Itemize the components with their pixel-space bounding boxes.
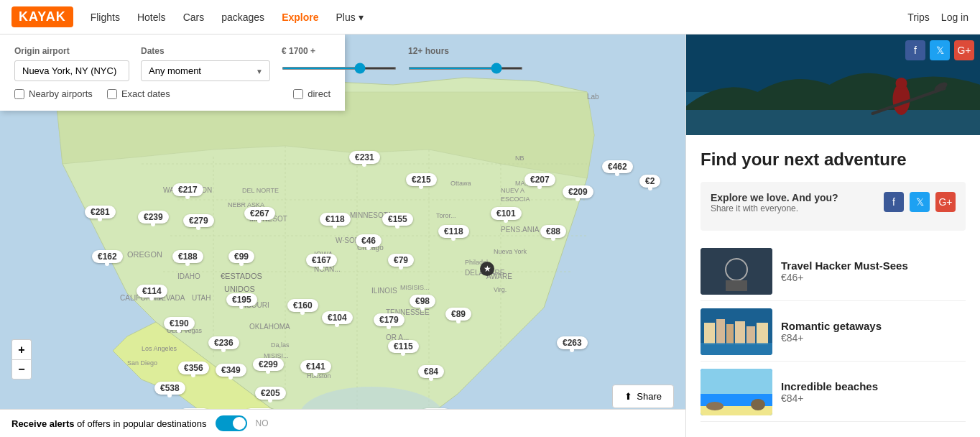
hero-tw-icon[interactable]: 𝕏 — [930, 40, 950, 60]
zoom-out-button[interactable]: − — [11, 359, 32, 380]
price-label[interactable]: €239 — [138, 211, 169, 224]
hero-gp-icon[interactable]: G+ — [954, 40, 974, 60]
price-label[interactable]: €162 — [92, 250, 123, 263]
dest-card-beaches[interactable]: Incredible beaches €84+ — [701, 363, 966, 422]
price-label[interactable]: €118 — [438, 225, 469, 238]
tw-icon[interactable]: 𝕏 — [910, 192, 930, 212]
right-panel: f 𝕏 G+ Find your next adventure Explore … — [685, 34, 980, 437]
navbar: KAYAK Flights Hotels Cars packages Explo… — [0, 0, 980, 34]
hours-col: 12+ hours — [408, 46, 523, 81]
price-label[interactable]: €195 — [226, 293, 257, 306]
origin-input[interactable] — [14, 60, 129, 81]
nav-flights[interactable]: Flights — [91, 12, 120, 23]
price-label[interactable]: €267 — [244, 207, 275, 220]
price-label[interactable]: €104 — [322, 311, 353, 324]
fb-icon[interactable]: f — [884, 192, 904, 212]
direct-checkbox[interactable] — [293, 89, 303, 99]
dest-card-romantic[interactable]: Romantic getaways €84+ — [701, 303, 966, 362]
price-label[interactable]: €79 — [388, 254, 414, 267]
share-button[interactable]: ⬆ Share — [612, 385, 674, 408]
dest-card-hackers[interactable]: Travel Hacker Must-Sees €46+ — [701, 242, 966, 301]
nav-cars[interactable]: Cars — [183, 12, 205, 23]
price-label[interactable]: €281 — [85, 206, 116, 218]
price-label[interactable]: €209 — [563, 185, 593, 198]
alerts-toggle-switch[interactable] — [216, 415, 247, 431]
svg-rect-64 — [726, 280, 747, 291]
dest-name-hackers: Travel Hacker Must-Sees — [781, 259, 966, 272]
price-label[interactable]: €188 — [172, 250, 203, 263]
svg-text:NUEV A: NUEV A — [501, 187, 524, 194]
nav-plus[interactable]: Plus ▾ — [336, 12, 363, 23]
svg-rect-68 — [726, 324, 734, 344]
dates-label: Dates — [141, 46, 270, 56]
price-label[interactable]: €215 — [406, 173, 437, 186]
exact-dates-checkbox[interactable] — [107, 89, 117, 99]
price-label[interactable]: €114 — [137, 285, 167, 298]
price-label[interactable]: €217 — [172, 183, 203, 196]
share-icon: ⬆ — [624, 391, 632, 402]
hours-slider[interactable] — [408, 67, 523, 70]
svg-text:Ottawa: Ottawa — [450, 180, 471, 187]
price-label[interactable]: €263 — [557, 336, 588, 349]
price-label[interactable]: €84 — [418, 365, 444, 378]
price-label[interactable]: €538 — [154, 382, 185, 395]
price-label[interactable]: €299 — [253, 358, 284, 371]
thumb-hackers-bg — [701, 248, 772, 295]
price-label[interactable]: €205 — [255, 387, 286, 400]
price-label[interactable]: €46 — [356, 234, 382, 247]
hours-slider-wrapper — [408, 60, 523, 72]
hero-fb-icon[interactable]: f — [905, 40, 925, 60]
price-label[interactable]: €179 — [374, 313, 405, 326]
dest-price-hackers: €46+ — [781, 272, 966, 283]
price-label[interactable]: €462 — [602, 160, 633, 173]
dates-col: Dates Any moment — [141, 46, 270, 81]
price-label[interactable]: €279 — [183, 214, 214, 227]
svg-rect-66 — [704, 323, 715, 344]
hackers-thumb-svg — [701, 248, 772, 295]
direct-label[interactable]: direct — [293, 88, 330, 99]
price-label[interactable]: €2 — [639, 175, 660, 188]
price-label[interactable]: €141 — [300, 360, 331, 373]
nav-login[interactable]: Log in — [941, 12, 969, 23]
origin-col: Origin airport — [14, 46, 129, 81]
nearby-airports-checkbox[interactable] — [14, 89, 24, 99]
hero-social-icons: f 𝕏 G+ — [905, 40, 974, 60]
dest-price-beaches: €84+ — [781, 392, 966, 404]
price-label[interactable]: €207 — [524, 173, 555, 186]
price-label[interactable]: €155 — [382, 213, 413, 226]
alerts-bar: Receive alerts of offers in popular dest… — [0, 409, 685, 437]
price-label[interactable]: €98 — [410, 295, 435, 308]
svg-text:€ESTADOS: €ESTADOS — [221, 272, 262, 280]
price-label[interactable]: €190 — [164, 317, 195, 330]
right-content: Find your next adventure Explore we love… — [686, 135, 980, 436]
price-label[interactable]: €349 — [216, 364, 246, 377]
dates-select[interactable]: Any moment — [141, 60, 270, 81]
price-label[interactable]: €356 — [178, 362, 209, 374]
price-label[interactable]: €160 — [287, 299, 318, 312]
nav-explore[interactable]: Explore — [282, 12, 318, 23]
adventure-title: Find your next adventure — [701, 150, 966, 170]
direct-text: direct — [308, 88, 330, 99]
svg-text:NB: NB — [515, 155, 524, 162]
nav-trips[interactable]: Trips — [907, 12, 930, 23]
price-label[interactable]: €99 — [228, 250, 254, 263]
zoom-in-button[interactable]: + — [11, 339, 32, 359]
price-label[interactable]: €88 — [540, 225, 566, 238]
price-label[interactable]: €101 — [491, 207, 522, 220]
exact-dates-label[interactable]: Exact dates — [107, 88, 170, 99]
nearby-airports-label[interactable]: Nearby airports — [14, 88, 93, 99]
alerts-text: Receive alerts of offers in popular dest… — [11, 418, 207, 429]
svg-text:ESCOCIA: ESCOCIA — [501, 196, 530, 203]
price-label[interactable]: €89 — [445, 308, 471, 321]
gp-icon[interactable]: G+ — [935, 192, 956, 212]
price-label[interactable]: €167 — [306, 254, 337, 267]
price-label[interactable]: €118 — [320, 213, 351, 226]
nav-packages[interactable]: packages — [221, 12, 264, 23]
svg-rect-71 — [757, 323, 768, 344]
price-slider[interactable] — [282, 67, 397, 70]
price-label[interactable]: €231 — [349, 151, 380, 164]
dates-select-wrapper[interactable]: Any moment — [141, 60, 270, 81]
nav-hotels[interactable]: Hotels — [137, 12, 166, 23]
price-label[interactable]: €236 — [208, 336, 239, 349]
price-label[interactable]: €115 — [388, 340, 419, 353]
